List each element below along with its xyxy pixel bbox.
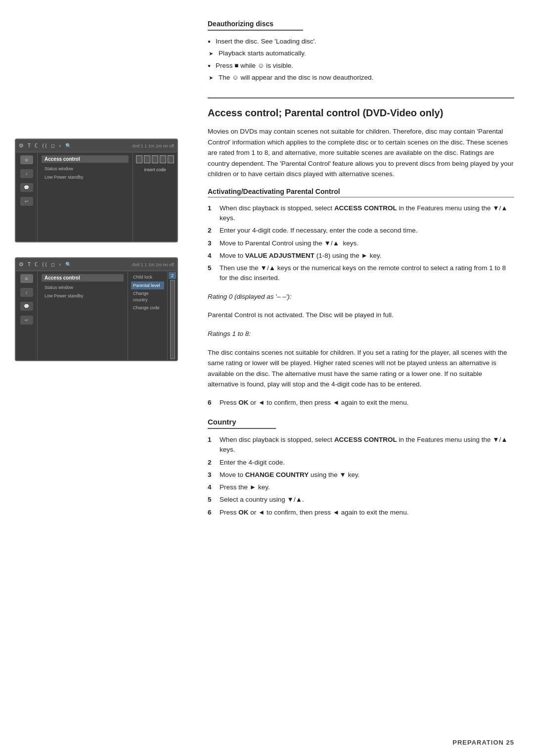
- dvd-content-1: Access control Status window Low Power s…: [38, 152, 133, 241]
- activating-heading: Activating/Deactivating Parental Control: [208, 188, 514, 197]
- page-container: ⚙ T C (( □ › 🔍 dvd 1 1 1m 1m no off ☺ ♪ …: [0, 0, 534, 756]
- dvd-label2-search: 🔍: [65, 262, 71, 267]
- deauth-list: Insert the disc. See 'Loading disc'. Pla…: [208, 37, 514, 83]
- dvd-label-t: T: [28, 143, 31, 148]
- ratings18-text: The disc contains scenes not suitable fo…: [208, 347, 514, 390]
- dvd-label-search: 🔍: [65, 143, 71, 148]
- dvd-topbar-values: dvd 1 1 1m 1m no off: [133, 143, 174, 148]
- section-country: Country 1 When disc playback is stopped,…: [208, 418, 514, 518]
- country-step-4: 4 Press the ► key.: [208, 482, 514, 492]
- activating-step-2: 2 Enter your 4-digit code. If necessary,…: [208, 226, 514, 236]
- dvd-sidebar2-music-icon: ♪: [20, 288, 33, 297]
- dvd-body-1: ☺ ♪ 💬 ↩ Access control Status window Low…: [16, 152, 177, 241]
- dvd-topbar-2: ⚙ T C (( □ › 🔍 dvd 1 1 1m 1m no off: [16, 258, 177, 271]
- dvd-child-code: Change code: [131, 304, 164, 312]
- dvd-sidebar2-back-icon: ↩: [20, 316, 33, 325]
- dvd-child-country: Change country: [131, 289, 164, 304]
- dvd-menu-title-2: Access control: [42, 274, 124, 282]
- country-step-6: 6 Press OK or ◄ to confirm, then press ◄…: [208, 508, 514, 518]
- dvd-topbar-1: ⚙ T C (( □ › 🔍 dvd 1 1 1m 1m no off: [16, 140, 177, 152]
- dvd-code-box-4: [160, 155, 166, 163]
- dvd-sidebar-music-icon: ♪: [20, 169, 33, 178]
- dvd-body-2: ☺ ♪ 💬 ↩ Access control Status window Low…: [16, 271, 177, 360]
- dvd-value-bar: [170, 280, 175, 359]
- dvd-label-sound: ((: [42, 143, 47, 148]
- activating-step-4: 4 Move to VALUE ADJUSTMENT (1-8) using t…: [208, 251, 514, 261]
- access-intro: Movies on DVDs may contain scenes not su…: [208, 126, 514, 180]
- subsection-activating: Activating/Deactivating Parental Control…: [208, 188, 514, 408]
- dvd-label-play: ›: [58, 143, 61, 148]
- dvd-label-sub: □: [51, 143, 54, 148]
- country-step-2: 2 Enter the 4-digit code.: [208, 458, 514, 468]
- deauth-heading: Deauthorizing discs: [208, 20, 303, 31]
- dvd-value-indicator: 2: [167, 271, 177, 360]
- dvd-label2-sub: □: [51, 262, 54, 267]
- dvd-child-childlock: Child lock: [131, 273, 164, 282]
- dvd-content-2: Access control Status window Low Power s…: [38, 271, 128, 360]
- dvd-right-panel-1: insert code: [133, 152, 177, 241]
- dvd-menu-status: Status window: [42, 165, 129, 173]
- dvd-menu-power: Low Power standby: [42, 173, 129, 182]
- dvd-code-box-1: [136, 155, 142, 163]
- activating-steps: 1 When disc playback is stopped, select …: [208, 203, 514, 284]
- activating-step-6: 6 Press OK or ◄ to confirm, then press ◄…: [208, 398, 514, 408]
- country-steps: 1 When disc playback is stopped, select …: [208, 435, 514, 518]
- deauth-item-2: Playback starts automatically.: [208, 48, 514, 58]
- dvd-label2-c: C: [35, 262, 38, 267]
- rating0-heading: Rating 0 (displayed as '– –'):: [208, 291, 514, 302]
- dvd-screen-2: ⚙ T C (( □ › 🔍 dvd 1 1 1m 1m no off ☺ ♪ …: [15, 257, 178, 361]
- dvd-sidebar-chat-icon: 💬: [20, 183, 33, 192]
- dvd-code-label: insert code: [136, 167, 174, 172]
- left-column: ⚙ T C (( □ › 🔍 dvd 1 1 1m 1m no off ☺ ♪ …: [0, 0, 193, 756]
- dvd-label2-t: T: [28, 262, 31, 267]
- dvd-label-c: C: [35, 143, 38, 148]
- access-heading: Access control; Parental control (DVD-Vi…: [208, 106, 514, 119]
- dvd-code-box-3: [152, 155, 158, 163]
- country-heading: Country: [208, 418, 276, 429]
- ratings18-heading: Ratings 1 to 8:: [208, 329, 514, 339]
- section-access: Access control; Parental control (DVD-Vi…: [208, 97, 514, 518]
- dvd-sidebar-2: ☺ ♪ 💬 ↩: [16, 271, 38, 360]
- deauth-item-4: The ☺ will appear and the disc is now de…: [208, 73, 514, 83]
- activating-step6-list: 6 Press OK or ◄ to confirm, then press ◄…: [208, 398, 514, 408]
- dvd-label2-sound: ((: [42, 262, 47, 267]
- country-step-1: 1 When disc playback is stopped, select …: [208, 435, 514, 455]
- dvd-settings-icon: ⚙: [19, 142, 24, 149]
- deauth-item-3: Press ■ while ☺ is visible.: [208, 61, 514, 71]
- dvd-sidebar-back-icon: ↩: [20, 197, 33, 206]
- dvd-child-parental: Parental level: [131, 282, 164, 290]
- activating-step-5: 5 Then use the ▼/▲ keys or the numerical…: [208, 263, 514, 284]
- activating-step-1: 1 When disc playback is stopped, select …: [208, 203, 514, 224]
- dvd-menu-title-1: Access control: [42, 155, 129, 163]
- dvd-code-box-2: [144, 155, 150, 163]
- rating0-text: Parental Control is not activated. The D…: [208, 310, 514, 321]
- dvd-settings-icon-2: ⚙: [19, 261, 24, 268]
- dvd-screen-1: ⚙ T C (( □ › 🔍 dvd 1 1 1m 1m no off ☺ ♪ …: [15, 139, 178, 242]
- dvd-code-boxes: [136, 155, 174, 163]
- dvd-value-num: 2: [169, 272, 176, 279]
- dvd-sidebar-face-icon: ☺: [20, 155, 33, 164]
- right-column: Deauthorizing discs Insert the disc. See…: [193, 0, 534, 756]
- country-step-3: 3 Move to CHANGE COUNTRY using the ▼ key…: [208, 470, 514, 480]
- dvd-menu2-status: Status window: [42, 284, 124, 292]
- dvd-code-box-5: [168, 155, 174, 163]
- dvd-label2-play: ›: [58, 262, 61, 267]
- country-step-5: 5 Select a country using ▼/▲.: [208, 495, 514, 505]
- dvd-sidebar2-chat-icon: 💬: [20, 302, 33, 311]
- page-footer: PREPARATION 25: [452, 739, 514, 746]
- dvd-child-menu: Child lock Parental level Change country…: [128, 271, 167, 360]
- deauth-item-1: Insert the disc. See 'Loading disc'.: [208, 37, 514, 47]
- dvd-menu2-power: Low Power standby: [42, 292, 124, 300]
- section-deauth: Deauthorizing discs Insert the disc. See…: [208, 20, 514, 83]
- activating-step-3: 3 Move to Parental Control using the ▼/▲…: [208, 238, 514, 248]
- dvd-sidebar2-face-icon: ☺: [20, 274, 33, 283]
- dvd-sidebar-1: ☺ ♪ 💬 ↩: [16, 152, 38, 241]
- dvd-topbar2-values: dvd 1 1 1m 1m no off: [133, 262, 174, 267]
